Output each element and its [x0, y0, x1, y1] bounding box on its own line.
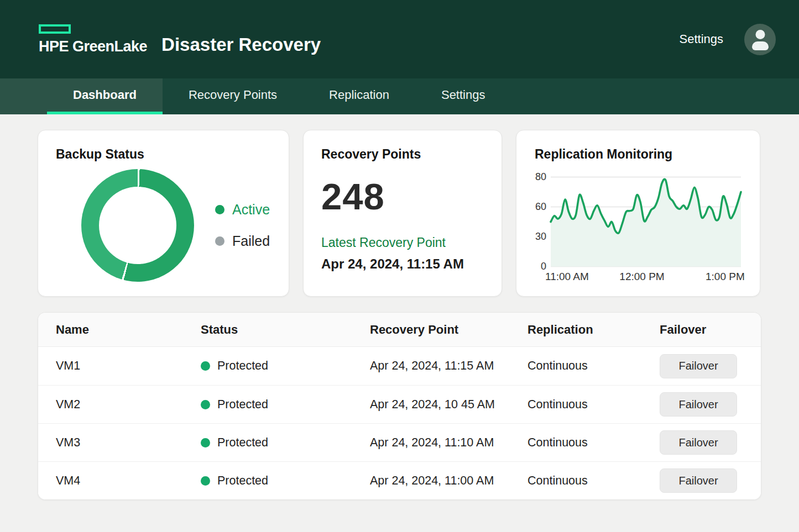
recovery-points-title: Recovery Points	[321, 147, 484, 162]
y-axis-tick: 0	[530, 261, 546, 272]
column-header-name: Name	[56, 323, 201, 337]
user-avatar-button[interactable]	[744, 24, 776, 55]
status-dot-icon	[201, 361, 210, 371]
table-row-vm1: VM1ProtectedApr 24, 2024, 11:15 AMContin…	[38, 347, 761, 385]
tab-settings[interactable]: Settings	[415, 78, 511, 114]
x-axis-tick: 12:00 PM	[612, 271, 672, 283]
y-axis-tick: 80	[530, 171, 546, 183]
column-header-status: Status	[201, 323, 370, 337]
recovery-point-value: Apr 24, 2024, 11:15 AM	[370, 359, 528, 373]
column-header-replication: Replication	[528, 323, 660, 337]
x-axis-tick: 11:00 AM	[545, 271, 589, 283]
status-cell: Protected	[201, 359, 370, 373]
user-icon	[755, 30, 765, 39]
recovery-point-value: Apr 24, 2024, 11:10 AM	[370, 436, 528, 450]
brand-name: HPE GreenLake	[39, 39, 147, 54]
status-label: Protected	[217, 359, 268, 373]
failover-button-vm3[interactable]: Failover	[660, 430, 737, 455]
latest-recovery-point-label: Latest Recovery Point	[321, 235, 484, 250]
main-nav: DashboardRecovery PointsReplicationSetti…	[0, 78, 799, 114]
replication-mode: Continuous	[528, 436, 660, 450]
user-icon-body	[752, 41, 769, 50]
replication-mode: Continuous	[528, 359, 660, 373]
replication-monitoring-title: Replication Monitoring	[535, 147, 746, 162]
status-label: Protected	[217, 436, 268, 450]
header-settings-link[interactable]: Settings	[680, 32, 724, 46]
legend-label: Failed	[232, 233, 270, 249]
legend-dot-active	[215, 205, 224, 214]
latest-recovery-point-value: Apr 24, 2024, 11:15 AM	[321, 256, 484, 272]
tab-dashboard[interactable]: Dashboard	[47, 78, 163, 114]
vm-table: NameStatusRecovery PointReplicationFailo…	[38, 312, 761, 500]
x-axis-tick: 1:00 PM	[706, 271, 745, 283]
vm-name: VM2	[56, 398, 201, 412]
tab-replication[interactable]: Replication	[303, 78, 415, 114]
line-chart-svg	[551, 177, 741, 267]
status-label: Protected	[217, 398, 268, 412]
y-axis-tick: 30	[530, 231, 546, 243]
dashboard-content: Backup Status ActiveFailed Recovery Poin…	[0, 114, 799, 500]
status-dot-icon	[201, 476, 210, 486]
donut-hole	[99, 187, 176, 264]
status-cell: Protected	[201, 436, 370, 450]
vm-name: VM1	[56, 359, 201, 373]
nav-lead-spacer	[0, 78, 47, 114]
app-header: HPE GreenLake Disaster Recovery Settings	[0, 0, 799, 78]
recovery-point-value: Apr 24, 2024, 11:00 AM	[370, 474, 528, 488]
hpe-greenlake-logo: HPE GreenLake	[39, 24, 147, 54]
backup-status-card: Backup Status ActiveFailed	[38, 130, 289, 297]
status-cell: Protected	[201, 474, 370, 488]
status-cell: Protected	[201, 398, 370, 412]
vm-name: VM3	[56, 436, 201, 450]
vm-name: VM4	[56, 474, 201, 488]
backup-status-legend: ActiveFailed	[215, 169, 270, 282]
status-label: Protected	[217, 474, 268, 488]
backup-status-donut-chart	[81, 169, 194, 282]
hpe-logo-mark-icon	[39, 24, 71, 34]
replication-line-chart: 806030011:00 AM12:00 PM1:00 PM	[530, 162, 746, 282]
replication-mode: Continuous	[528, 398, 660, 412]
app-title: Disaster Recovery	[161, 35, 321, 54]
legend-item-active: Active	[215, 202, 270, 218]
tab-recovery-points[interactable]: Recovery Points	[163, 78, 303, 114]
status-dot-icon	[201, 400, 210, 409]
y-axis-tick: 60	[530, 201, 546, 213]
legend-label: Active	[232, 202, 270, 218]
recovery-points-count: 248	[321, 175, 484, 218]
recovery-point-value: Apr 24, 2024, 10 45 AM	[370, 398, 528, 412]
replication-monitoring-card: Replication Monitoring 806030011:00 AM12…	[516, 130, 760, 297]
table-row-vm2: VM2ProtectedApr 24, 2024, 10 45 AMContin…	[38, 385, 761, 423]
failover-button-vm4[interactable]: Failover	[660, 468, 737, 493]
legend-item-failed: Failed	[215, 233, 270, 249]
status-dot-icon	[201, 438, 210, 447]
replication-mode: Continuous	[528, 474, 660, 488]
vm-table-header: NameStatusRecovery PointReplicationFailo…	[38, 313, 761, 347]
failover-button-vm2[interactable]: Failover	[660, 392, 737, 417]
table-row-vm4: VM4ProtectedApr 24, 2024, 11:00 AMContin…	[38, 461, 761, 499]
column-header-recovery-point: Recovery Point	[370, 323, 528, 337]
legend-dot-failed	[215, 236, 224, 246]
table-row-vm3: VM3ProtectedApr 24, 2024, 11:10 AMContin…	[38, 423, 761, 461]
backup-status-title: Backup Status	[56, 147, 271, 162]
failover-button-vm1[interactable]: Failover	[660, 354, 737, 378]
column-header-failover: Failover	[660, 323, 743, 337]
recovery-points-card: Recovery Points 248 Latest Recovery Poin…	[303, 130, 502, 297]
